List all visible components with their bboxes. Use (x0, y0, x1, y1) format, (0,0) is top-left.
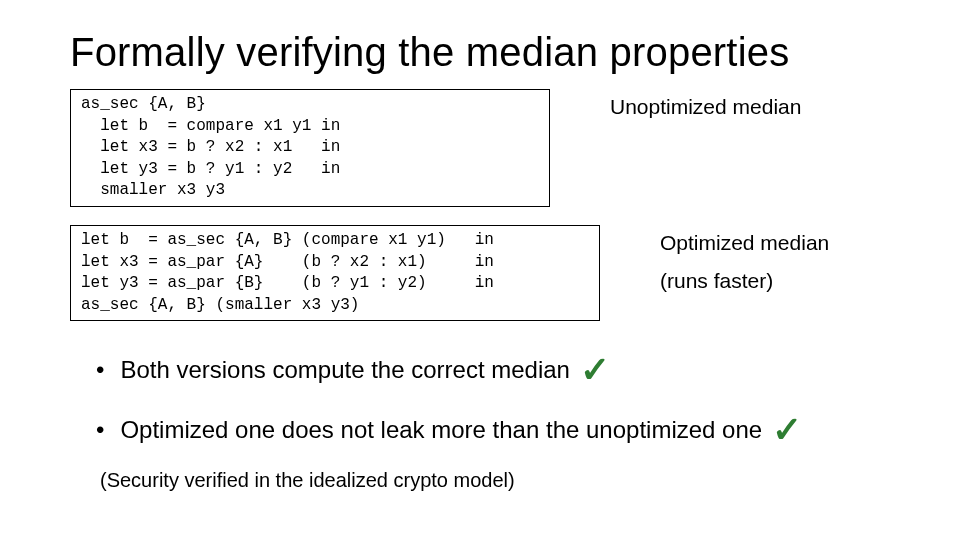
label-optimized: Optimized median (runs faster) (660, 225, 829, 299)
code-optimized: let b = as_sec {A, B} (compare x1 y1) in… (70, 225, 600, 321)
check-icon: ✓ (772, 409, 802, 451)
label-runs-faster: (runs faster) (660, 269, 829, 293)
security-note: (Security verified in the idealized cryp… (100, 469, 910, 492)
bullet-1: • Both versions compute the correct medi… (70, 349, 910, 391)
code-unoptimized: as_sec {A, B} let b = compare x1 y1 in l… (70, 89, 550, 207)
bullet-dot-icon: • (96, 358, 104, 382)
check-icon: ✓ (580, 349, 610, 391)
bullet-2: • Optimized one does not leak more than … (70, 409, 910, 451)
bullet-1-text: Both versions compute the correct median (120, 356, 570, 384)
slide: Formally verifying the median properties… (0, 0, 960, 540)
label-unoptimized: Unoptimized median (610, 89, 801, 125)
bullets: • Both versions compute the correct medi… (70, 349, 910, 451)
bullet-dot-icon: • (96, 418, 104, 442)
slide-title: Formally verifying the median properties (70, 30, 910, 75)
row-optimized: let b = as_sec {A, B} (compare x1 y1) in… (70, 225, 910, 339)
row-unoptimized: as_sec {A, B} let b = compare x1 y1 in l… (70, 89, 910, 225)
label-unoptimized-text: Unoptimized median (610, 95, 801, 119)
label-optimized-text: Optimized median (660, 231, 829, 255)
bullet-2-text: Optimized one does not leak more than th… (120, 416, 762, 444)
